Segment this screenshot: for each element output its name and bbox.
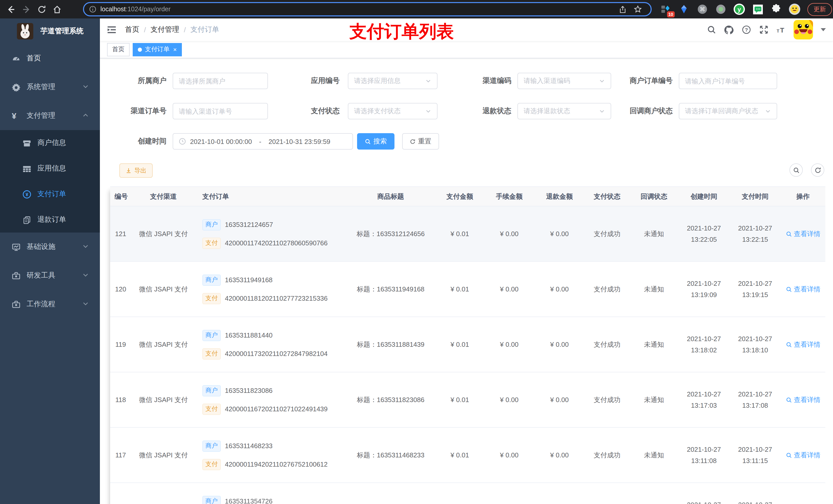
breadcrumb-pay[interactable]: 支付管理 [151,25,179,34]
extension-chat-icon[interactable] [752,4,763,15]
order-pay-time: 2021-10-2713:22:15 [730,222,781,245]
sidebar-item-app-info[interactable]: 应用信息 [0,156,100,181]
reset-button[interactable]: 重置 [402,133,439,149]
channel-order-label: 渠道订单号 [110,106,166,116]
app-select[interactable]: 请选择应用信息 [348,73,437,89]
sidebar-toggle-icon[interactable] [106,25,117,35]
extension-emoji-icon[interactable] [789,4,800,15]
page-content: 所属商户 应用编号 请选择应用信息 渠道编码 请输入渠道编码 商户订单编号 渠道… [100,58,833,504]
order-pay-time: 2021-10-2713:18:10 [730,333,781,356]
chevron-down-icon [82,243,89,251]
magnifier-icon [786,341,792,347]
refresh-table-icon[interactable] [811,163,824,177]
fullscreen-icon[interactable] [759,25,768,34]
browser-back-icon[interactable] [3,2,19,17]
notify-status-select[interactable]: 请选择订单回调商户状态 [679,103,777,119]
breadcrumb-home[interactable]: 首页 [125,25,139,34]
col-create-time: 创建时间 [678,192,730,201]
view-detail-link[interactable]: 查看详情 [786,451,820,460]
tags-view: 首页 支付订单 × [100,41,833,58]
export-button[interactable]: 导出 [119,163,153,178]
sidebar-item-merchant-info[interactable]: 商户信息 [0,130,100,156]
svg-text:?: ? [745,27,748,32]
active-dot [138,47,142,51]
sidebar-item-pay-order[interactable]: ¥ 支付订单 [0,181,100,207]
sidebar-logo[interactable]: 芋道管理系统 [0,19,100,44]
pay-tag: 支付 [203,403,221,415]
view-detail-link[interactable]: 查看详情 [786,285,820,294]
browser-toolbar: localhost:1024/pay/order 10 ⌘ [0,0,833,19]
view-detail-link[interactable]: 查看详情 [786,229,820,238]
sidebar-item-system[interactable]: 系统管理 [0,73,100,101]
order-actions: 查看详情 [781,340,825,349]
tag-home[interactable]: 首页 [107,43,129,56]
order-fee: ¥ 0.00 [484,451,534,459]
sidebar-item-pay[interactable]: ¥ 支付管理 [0,101,100,130]
extension-recorder-icon[interactable] [715,4,727,15]
search-icon[interactable] [707,25,716,34]
search-button[interactable]: 搜索 [357,133,395,149]
download-icon [125,167,132,174]
pay-status-select[interactable]: 请选择支付状态 [348,103,437,119]
site-info-icon[interactable] [89,6,96,13]
col-refund: 退款金额 [534,192,585,201]
extension-tabs-icon[interactable]: 10 [660,4,671,15]
bookmark-star-icon[interactable] [630,2,645,17]
chevron-down-icon [765,108,771,114]
extension-command-icon[interactable]: ⌘ [697,4,708,15]
sidebar-item-home[interactable]: 首页 [0,44,100,73]
merchant-input[interactable] [173,73,268,89]
share-icon[interactable] [615,2,630,17]
browser-forward-icon[interactable] [19,2,34,17]
channel-order-input[interactable] [173,103,268,119]
hide-search-icon[interactable] [789,163,803,177]
monitor-chart-icon [12,242,21,251]
refund-status-select[interactable]: 请选择退款状态 [518,103,611,119]
tag-close-icon[interactable]: × [173,46,177,52]
order-pay-time: 2021-10-2713:11:15 [730,444,781,466]
sidebar-item-refund-order[interactable]: 退款订单 [0,207,100,233]
magnifier-icon [786,397,792,403]
browser-update-button[interactable]: 更新 [807,3,832,16]
col-channel: 支付渠道 [135,192,192,201]
order-refund: ¥ 0.00 [534,230,585,238]
view-detail-link[interactable]: 查看详情 [786,340,820,349]
extension-puzzle-icon[interactable] [770,4,782,15]
avatar-caret-icon[interactable] [821,28,826,31]
order-title: 标题：1635311949168 [346,285,435,294]
date-range-input[interactable]: 2021-10-01 00:00:00 - 2021-10-31 23:59:5… [173,133,353,149]
svg-text:T: T [780,26,784,34]
pay-order-no: 4200001194202110276752100612 [225,460,328,468]
channel-code-select[interactable]: 请输入渠道编码 [518,73,611,89]
filter-row-3: 创建时间 2021-10-01 00:00:00 - 2021-10-31 23… [110,133,825,149]
view-detail-link[interactable]: 查看详情 [786,395,820,404]
col-id: 编号 [110,192,135,201]
help-icon[interactable]: ? [741,25,751,34]
extension-badge: 10 [667,11,675,18]
sidebar-item-devtools[interactable]: 研发工具 [0,261,100,290]
order-numbers: 商户 1635311468233 支付 42000011942021102767… [192,440,346,470]
extension-y-icon[interactable]: y [734,4,745,15]
sidebar-item-infra[interactable]: 基础设施 [0,233,100,261]
extension-gem-icon[interactable] [678,4,690,15]
order-create-time: 2021-10-2713:22:05 [678,222,730,245]
svg-text:y: y [737,6,741,13]
browser-home-icon[interactable] [49,2,65,17]
sidebar-item-workflow[interactable]: 工作流程 [0,290,100,318]
font-size-icon[interactable]: TT [776,25,786,34]
chevron-down-icon [599,78,605,84]
col-fee: 手续金额 [484,192,534,201]
avatar[interactable] [793,20,813,40]
address-bar[interactable]: localhost:1024/pay/order [83,2,652,16]
merchant-order-no: 1635311468233 [225,442,272,450]
table-body: 121 微信 JSAPI 支付 商户 1635312124657 支付 4200… [110,207,825,504]
documents-icon [23,215,31,224]
tag-pay-order[interactable]: 支付订单 × [133,43,182,56]
merchant-order-input[interactable] [679,73,777,89]
col-title: 商品标题 [346,192,435,201]
chevron-down-icon [599,108,605,114]
browser-reload-icon[interactable] [34,2,49,17]
pay-tag: 支付 [203,293,221,304]
breadcrumb-current: 支付订单 [191,25,219,34]
github-icon[interactable] [724,25,734,34]
